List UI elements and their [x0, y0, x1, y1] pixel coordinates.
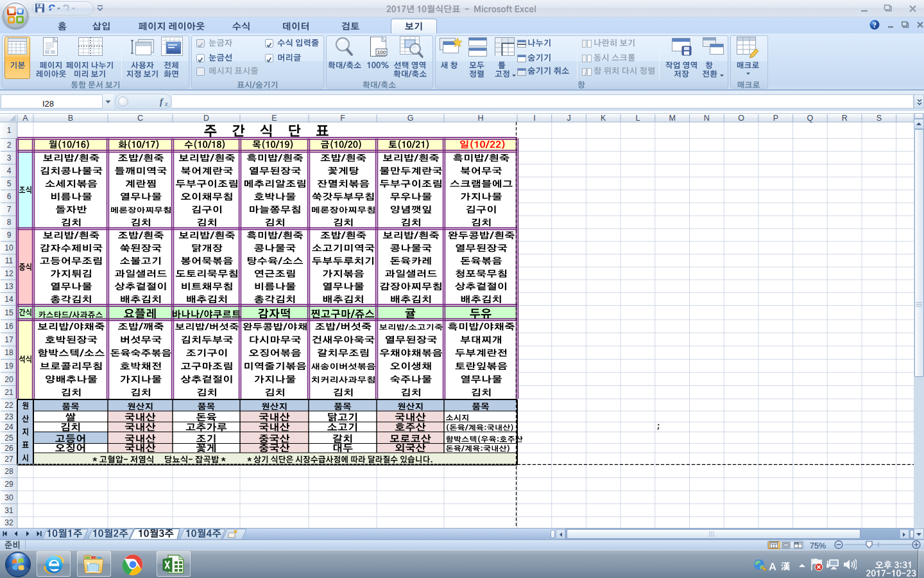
svg-text:17: 17 [4, 335, 13, 344]
svg-text:H: H [477, 114, 483, 123]
svg-text:28: 28 [4, 467, 13, 476]
svg-text:19: 19 [4, 362, 13, 371]
svg-text:5: 5 [7, 179, 12, 188]
svg-text:A: A [22, 114, 28, 123]
svg-text:25: 25 [4, 434, 13, 442]
svg-text:23: 23 [4, 412, 13, 421]
svg-text:I28: I28 [42, 99, 54, 109]
svg-text:B: B [68, 114, 73, 123]
svg-text:J: J [567, 114, 570, 123]
svg-text:C: C [137, 114, 143, 123]
svg-text:O: O [738, 114, 744, 123]
svg-text:Q: Q [807, 114, 814, 123]
svg-text:13: 13 [4, 282, 13, 291]
svg-text:M: M [669, 114, 675, 123]
svg-text:I: I [533, 114, 535, 123]
svg-text:27: 27 [4, 455, 13, 464]
svg-text:2: 2 [7, 141, 12, 150]
svg-text:S: S [877, 114, 882, 123]
svg-text:3: 3 [7, 153, 12, 162]
svg-text:D: D [203, 114, 209, 123]
svg-text:L: L [636, 114, 640, 123]
svg-text:21: 21 [4, 388, 13, 397]
svg-text:8: 8 [7, 218, 12, 227]
svg-text:E: E [271, 114, 277, 123]
svg-text:24: 24 [4, 423, 13, 432]
svg-text:11: 11 [5, 256, 13, 265]
svg-text:22: 22 [4, 401, 13, 410]
svg-text:14: 14 [4, 295, 13, 304]
svg-text:G: G [407, 114, 414, 123]
svg-text:1: 1 [7, 126, 12, 135]
svg-text:75%: 75% [810, 541, 826, 550]
svg-text:10: 10 [4, 243, 13, 252]
svg-text:20: 20 [4, 375, 13, 384]
svg-text:4: 4 [7, 166, 12, 175]
svg-text:29: 29 [4, 480, 13, 489]
svg-text:P: P [773, 114, 778, 123]
svg-text:K: K [601, 114, 606, 123]
svg-text:30: 30 [4, 493, 13, 502]
svg-text:7: 7 [7, 205, 12, 214]
svg-text:9: 9 [7, 231, 12, 240]
svg-text:15: 15 [4, 308, 13, 317]
svg-text:R: R [842, 114, 848, 123]
svg-text:16: 16 [4, 322, 13, 331]
svg-text:18: 18 [4, 348, 13, 357]
svg-text:32: 32 [4, 518, 13, 527]
svg-text:N: N [704, 114, 710, 123]
svg-text:F: F [340, 114, 345, 123]
svg-text:12: 12 [4, 269, 13, 278]
svg-text:6: 6 [7, 192, 12, 201]
svg-text:26: 26 [4, 444, 13, 453]
svg-text:31: 31 [4, 506, 13, 515]
